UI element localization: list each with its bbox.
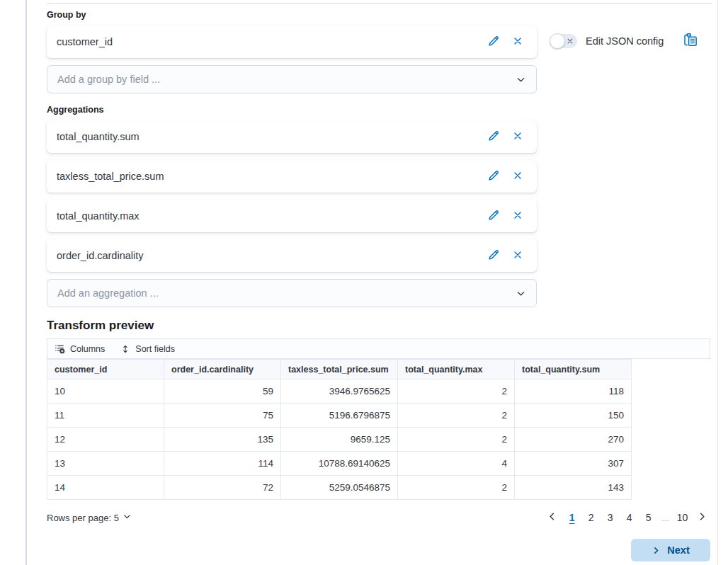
- table-cell: 118: [515, 379, 632, 404]
- pencil-icon: [487, 249, 500, 263]
- aggregation-item: order_id.cardinality: [47, 239, 537, 272]
- group-by-item: customer_id: [47, 25, 537, 58]
- aggregation-item-label: taxless_total_price.sum: [57, 171, 484, 182]
- aggregation-item: total_quantity.sum: [47, 120, 537, 153]
- cross-icon: [512, 170, 523, 183]
- sort-fields-button[interactable]: Sort fields: [120, 344, 175, 354]
- preview-table-header-row: customer_idorder_id.cardinalitytaxless_t…: [47, 360, 632, 379]
- cross-icon: [512, 130, 523, 144]
- sort-vertical-icon: [120, 344, 130, 354]
- table-cell: 270: [515, 428, 632, 452]
- remove-group-by-item-button[interactable]: [508, 33, 527, 51]
- pill-actions: [484, 207, 527, 225]
- aggregation-item-label: total_quantity.sum: [57, 131, 484, 142]
- page-button-4[interactable]: 4: [622, 509, 637, 526]
- pill-actions: [484, 246, 527, 265]
- table-cell: 5196.6796875: [281, 404, 398, 428]
- remove-aggregation-item-button[interactable]: [508, 167, 527, 186]
- column-header-customer_id[interactable]: customer_id: [47, 360, 164, 379]
- list-add-icon: [55, 343, 65, 354]
- pill-actions: [484, 167, 527, 186]
- pill-actions: [484, 127, 527, 146]
- column-header-total_quantity-max[interactable]: total_quantity.max: [398, 360, 515, 379]
- panel-right-border: [717, 0, 718, 565]
- table-cell: 10: [47, 379, 164, 404]
- chevron-right-icon: [697, 511, 707, 524]
- table-cell: 5259.0546875: [281, 476, 398, 500]
- chevron-down-icon: [516, 288, 526, 299]
- table-cell: 4: [398, 452, 515, 476]
- top-divider: [47, 3, 712, 4]
- rows-per-page-button[interactable]: Rows per page: 5: [47, 512, 132, 523]
- remove-aggregation-item-button[interactable]: [508, 127, 527, 146]
- columns-button[interactable]: Columns: [55, 343, 105, 354]
- table-cell: 2: [398, 476, 515, 500]
- transform-preview-table: customer_idorder_id.cardinalitytaxless_t…: [47, 359, 632, 500]
- group-by-list: customer_id: [47, 25, 712, 58]
- cross-icon: [512, 210, 523, 223]
- footer-actions: Next: [47, 539, 710, 561]
- preview-table-body: 10593946.9765625211811755196.67968752150…: [47, 379, 632, 500]
- table-row: 1311410788.691406254307: [47, 452, 632, 476]
- page-button-1[interactable]: 1: [564, 509, 579, 526]
- column-header-order_id-cardinality[interactable]: order_id.cardinality: [164, 360, 281, 379]
- pagination: 12345...10: [544, 509, 710, 526]
- chevron-right-icon: [652, 546, 661, 555]
- table-cell: 14: [47, 476, 164, 500]
- pencil-icon: [487, 169, 500, 184]
- aggregation-item-label: order_id.cardinality: [57, 250, 484, 261]
- edit-aggregation-item-button[interactable]: [484, 246, 503, 265]
- table-cell: 10788.69140625: [281, 452, 398, 476]
- edit-aggregation-item-button[interactable]: [484, 207, 503, 225]
- step-connector-line: [25, 0, 27, 565]
- page-button-3[interactable]: 3: [603, 509, 618, 526]
- aggregation-item: total_quantity.max: [47, 200, 537, 232]
- data-grid-toolbar: Columns Sort fields: [47, 338, 710, 359]
- chevron-left-icon: [547, 511, 557, 524]
- edit-aggregation-item-button[interactable]: [484, 167, 503, 186]
- column-header-taxless_total_price-sum[interactable]: taxless_total_price.sum: [281, 360, 398, 379]
- table-cell: 2: [398, 428, 515, 452]
- table-cell: 59: [164, 379, 281, 404]
- cross-icon: [512, 249, 523, 263]
- group-by-section: Group by customer_id Add a group by fiel…: [47, 10, 712, 93]
- table-cell: 143: [515, 476, 632, 500]
- aggregation-item: taxless_total_price.sum: [47, 160, 537, 193]
- table-cell: 150: [515, 404, 632, 428]
- page-button-5[interactable]: 5: [641, 509, 656, 526]
- table-cell: 114: [164, 452, 281, 476]
- group-by-item-label: customer_id: [57, 36, 484, 47]
- pill-actions: [484, 33, 527, 51]
- page-button-10[interactable]: 10: [675, 509, 690, 526]
- sort-fields-button-label: Sort fields: [135, 344, 175, 354]
- previous-page-button[interactable]: [544, 510, 560, 525]
- column-header-total_quantity-sum[interactable]: total_quantity.sum: [515, 360, 632, 379]
- table-row: 14725259.05468752143: [47, 476, 632, 500]
- add-group-by-field-combobox[interactable]: Add a group by field ...: [47, 65, 537, 93]
- aggregation-item-label: total_quantity.max: [57, 210, 484, 222]
- table-cell: 3946.9765625: [281, 379, 398, 404]
- rows-per-page-label: Rows per page: 5: [47, 513, 119, 523]
- next-button[interactable]: Next: [631, 539, 710, 561]
- next-page-button[interactable]: [694, 510, 710, 525]
- remove-aggregation-item-button[interactable]: [508, 207, 527, 225]
- table-cell: 2: [398, 404, 515, 428]
- pencil-icon: [487, 35, 500, 50]
- group-by-label: Group by: [47, 10, 712, 20]
- remove-aggregation-item-button[interactable]: [508, 246, 527, 265]
- cross-icon: [512, 35, 523, 49]
- add-aggregation-combobox[interactable]: Add an aggregation ...: [47, 279, 537, 307]
- pencil-icon: [487, 209, 500, 224]
- table-cell: 9659.125: [281, 428, 398, 452]
- table-cell: 307: [515, 452, 632, 476]
- chevron-down-icon: [123, 512, 132, 523]
- pencil-icon: [487, 130, 500, 144]
- edit-aggregation-item-button[interactable]: [484, 127, 503, 146]
- table-cell: 135: [164, 428, 281, 452]
- columns-button-label: Columns: [70, 344, 105, 354]
- chevron-down-icon: [516, 74, 526, 85]
- aggregations-label: Aggregations: [47, 105, 712, 115]
- page-button-2[interactable]: 2: [584, 509, 598, 526]
- edit-group-by-item-button[interactable]: [484, 33, 503, 51]
- add-aggregation-placeholder: Add an aggregation ...: [57, 287, 516, 299]
